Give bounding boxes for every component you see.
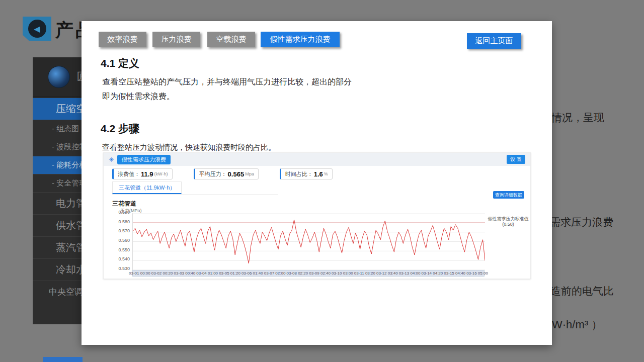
x-tick: 03-02 00:20 xyxy=(151,271,173,276)
tab-noload-waste[interactable]: 空载浪费 xyxy=(207,32,255,47)
slide-text-fragment: 造前的电气比 xyxy=(550,284,614,298)
x-tick: 03-11 03:20 xyxy=(354,271,375,276)
snowflake-gear-icon: ✳ xyxy=(109,156,114,163)
stat-unit: Mpa xyxy=(245,171,254,176)
pressure-chart-svg xyxy=(133,213,485,270)
tab-false-demand-pressure-waste[interactable]: 假性需求压力浪费 xyxy=(261,32,340,47)
embedded-app-screenshot: ✳ 假性需求压力浪费 设 置 浪费值： 11.9 (kW·h) 平均压力： 0.… xyxy=(103,152,531,279)
x-tick: 03-03 00:40 xyxy=(174,271,196,276)
x-tick: 03-16 05:00 xyxy=(466,271,488,276)
stat-label: 浪费值： xyxy=(118,170,140,178)
stat-label: 平均压力： xyxy=(199,170,227,178)
tab-pressure-waste[interactable]: 压力浪费 xyxy=(152,32,200,47)
stat-avg-pressure: 平均压力： 0.565 Mpa xyxy=(194,168,259,179)
y-tick: 0.540 xyxy=(118,257,130,261)
section-heading-steps: 4.2 步骤 xyxy=(101,122,139,136)
x-tick: 03-05 01:20 xyxy=(219,271,240,276)
stats-row: 浪费值： 11.9 (kW·h) 平均压力： 0.565 Mpa 时间占比： 1… xyxy=(112,168,333,179)
y-tick: 0.530 xyxy=(118,266,130,271)
stat-waste-value: 浪费值： 11.9 (kW·h) xyxy=(112,168,173,179)
slide-text-fragment: 情况，呈现 xyxy=(551,111,604,125)
y-axis-ticks: 0.590 0.580 0.570 0.560 0.550 0.540 0.53… xyxy=(111,210,130,271)
screenshot-stage: ◀ 产品 匠 压缩空气 - 组态图 - 波段控制 - 能耗分析 - 安全管理 电… xyxy=(0,0,644,362)
x-tick: 03-09 02:40 xyxy=(309,271,331,276)
x-tick: 03-14 04:20 xyxy=(422,271,443,276)
x-tick: 03-15 04:40 xyxy=(444,271,465,276)
y-tick: 0.560 xyxy=(118,238,130,243)
logo-sphere-icon xyxy=(48,66,70,88)
chart-title: 三花管道 xyxy=(112,200,136,208)
stat-label: 时间占比： xyxy=(285,170,313,178)
back-triangle-icon: ◀ xyxy=(28,20,46,38)
stat-value: 0.565 xyxy=(228,170,245,178)
pressure-line-chart xyxy=(132,213,485,270)
tab-sanhua-pipe[interactable]: 三花管道（11.9kW·h） xyxy=(112,182,182,194)
x-tick: 03-06 01:40 xyxy=(242,271,263,276)
x-tick: 03-10 03:00 xyxy=(332,271,353,276)
slide-text-fragment: 需求压力浪费 xyxy=(550,215,613,229)
y-tick: 0.580 xyxy=(118,220,130,224)
x-tick: 03-04 01:00 xyxy=(196,271,218,276)
bottom-blue-strip xyxy=(43,357,83,362)
pipe-tab-row: 三花管道（11.9kW·h） xyxy=(112,182,278,195)
stat-unit: % xyxy=(324,171,328,176)
y-tick: 0.570 xyxy=(118,229,130,233)
y-tick: 0.550 xyxy=(118,248,130,252)
slide-text-fragment: W·h/m³ ） xyxy=(552,317,602,332)
stat-value: 11.9 xyxy=(141,170,153,178)
app-title-badge: 假性需求压力浪费 xyxy=(117,155,171,164)
x-tick: 03-13 04:00 xyxy=(399,271,421,276)
stat-unit: (kW·h) xyxy=(154,171,168,176)
x-tick: 03-12 03:40 xyxy=(376,271,398,276)
app-header: ✳ 假性需求压力浪费 设 置 xyxy=(104,153,530,166)
x-tick: 03-01 00:00 xyxy=(129,271,150,276)
tab-efficiency-waste[interactable]: 效率浪费 xyxy=(99,32,146,47)
ref-line-annotation: 假性需求压力标准值 (0.58) xyxy=(486,216,530,227)
x-axis-ticks: 03-01 00:00 03-02 00:20 03-03 00:40 03-0… xyxy=(129,271,488,276)
x-tick: 03-08 02:20 xyxy=(286,271,308,276)
waste-detail-modal: 效率浪费 压力浪费 空载浪费 假性需求压力浪费 返回主页面 4.1 定义 查看空… xyxy=(82,21,552,345)
x-tick: 03-07 02:00 xyxy=(264,271,286,276)
y-tick: 0.590 xyxy=(118,210,130,215)
section-heading-definition: 4.1 定义 xyxy=(101,56,139,70)
back-to-main-button[interactable]: 返回主页面 xyxy=(467,33,521,49)
stat-time-ratio: 时间占比： 1.6 % xyxy=(280,168,333,179)
query-detail-button[interactable]: 查询详细数据 xyxy=(493,191,524,199)
slide-back-badge[interactable]: ◀ xyxy=(23,17,51,41)
section-body-definition: 查看空压站整站的产气压力，并与终端用气压力进行比较，超出的部分 即为假性需求浪费… xyxy=(102,74,352,104)
stat-value: 1.6 xyxy=(314,170,323,178)
settings-button[interactable]: 设 置 xyxy=(507,155,525,164)
